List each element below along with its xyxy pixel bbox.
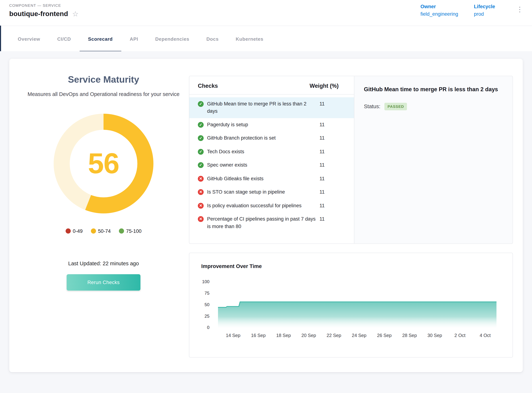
x-axis-tick-label: 26 Sep — [377, 333, 392, 338]
lifecycle-block: Lifecycle prod — [474, 4, 495, 17]
improvement-chart-panel: Improvement Over Time 025507510014 Sep16… — [189, 253, 513, 358]
improvement-chart-svg: 025507510014 Sep16 Sep18 Sep20 Sep22 Sep… — [189, 272, 513, 345]
check-passed-icon: ✓ — [198, 101, 204, 107]
check-weight: 11 — [319, 148, 339, 155]
check-weight: 11 — [319, 135, 339, 142]
check-passed-icon: ✓ — [198, 122, 204, 128]
owner-block: Owner field_engineering — [420, 4, 458, 17]
x-axis-tick-label: 30 Sep — [428, 333, 442, 338]
scorecard-subtitle: Measures all DevOps and Operational read… — [24, 90, 183, 98]
check-label: GitHub Branch protection is set — [207, 135, 316, 142]
checks-header: Checks Weight (%) — [189, 76, 354, 94]
scorecard-title: Service Maturity — [68, 74, 139, 85]
check-failed-icon: ✕ — [198, 189, 204, 195]
check-row[interactable]: ✓GitHub Mean time to merge PR is less th… — [189, 97, 354, 118]
check-weight: 11 — [319, 121, 339, 128]
legend-label: 0-49 — [73, 228, 83, 234]
scorecard-card: Service Maturity Measures all DevOps and… — [9, 59, 523, 372]
check-failed-icon: ✕ — [198, 176, 204, 182]
check-label: GitHub Gitleaks file exists — [207, 175, 316, 182]
x-axis-tick-label: 18 Sep — [276, 333, 291, 338]
check-row[interactable]: ✓Spec owner exists11 — [189, 158, 354, 172]
legend-label: 75-100 — [126, 228, 142, 234]
tab-docs[interactable]: Docs — [198, 26, 227, 51]
x-axis-tick-label: 22 Sep — [327, 333, 341, 338]
maturity-gauge: 56 — [54, 113, 154, 213]
lifecycle-value[interactable]: prod — [474, 11, 495, 17]
check-row[interactable]: ✕Is policy evaluation successful for pip… — [189, 199, 354, 212]
check-weight: 11 — [319, 202, 339, 209]
legend-item: 0-49 — [65, 228, 83, 234]
check-row[interactable]: ✓GitHub Branch protection is set11 — [189, 132, 354, 145]
owner-value[interactable]: field_engineering — [420, 11, 458, 17]
rerun-checks-button[interactable]: Rerun Checks — [67, 274, 140, 290]
weight-column-header: Weight (%) — [310, 83, 339, 89]
check-label: Is policy evaluation successful for pipe… — [207, 202, 316, 209]
header-left: COMPONENT — SERVICE boutique-frontend ☆ — [9, 4, 79, 18]
x-axis-tick-label: 24 Sep — [352, 333, 366, 338]
header-meta: Owner field_engineering Lifecycle prod ⋮ — [420, 4, 527, 17]
check-row[interactable]: ✕Percentage of CI pipelines passing in p… — [189, 212, 354, 233]
tab-scorecard[interactable]: Scorecard — [80, 26, 121, 51]
chart-area — [218, 302, 496, 327]
header: COMPONENT — SERVICE boutique-frontend ☆ … — [0, 0, 532, 26]
owner-label[interactable]: Owner — [420, 4, 458, 9]
check-passed-icon: ✓ — [198, 149, 204, 155]
check-row[interactable]: ✓Pagerduty is setup11 — [189, 118, 354, 132]
check-row[interactable]: ✓Tech Docs exists11 — [189, 145, 354, 158]
y-axis-tick-label: 50 — [204, 302, 209, 307]
score-legend: 0-4950-7475-100 — [65, 228, 141, 234]
x-axis-tick-label: 28 Sep — [402, 333, 417, 338]
legend-dot-icon — [91, 228, 96, 234]
check-detail-title: GitHub Mean time to merge PR is less tha… — [364, 84, 503, 94]
checks-region: Checks Weight (%) ✓GitHub Mean time to m… — [189, 76, 354, 243]
status-label: Status: — [364, 103, 380, 110]
check-weight: 11 — [319, 188, 339, 196]
check-weight: 11 — [319, 175, 339, 182]
lifecycle-label[interactable]: Lifecycle — [474, 4, 495, 9]
page-title: boutique-frontend — [9, 10, 68, 18]
status-badge: PASSED — [384, 103, 407, 110]
check-detail-panel: GitHub Mean time to merge PR is less tha… — [354, 76, 512, 243]
x-axis-tick-label: 14 Sep — [226, 333, 240, 338]
check-failed-icon: ✕ — [198, 216, 204, 222]
y-axis-tick-label: 100 — [202, 279, 210, 284]
tab-bar: OverviewCI/CDScorecardAPIDependenciesDoc… — [0, 26, 532, 51]
kebab-menu-icon[interactable]: ⋮ — [516, 6, 523, 13]
check-label: GitHub Mean time to merge PR is less tha… — [207, 100, 316, 115]
tab-ci-cd[interactable]: CI/CD — [49, 26, 80, 51]
tab-overview[interactable]: Overview — [9, 26, 49, 51]
check-row[interactable]: ✕GitHub Gitleaks file exists11 — [189, 172, 354, 186]
maturity-score: 56 — [88, 147, 119, 180]
check-weight: 11 — [319, 162, 339, 169]
check-weight: 11 — [319, 100, 339, 108]
checks-panel: Checks Weight (%) ✓GitHub Mean time to m… — [189, 76, 513, 244]
legend-label: 50-74 — [98, 228, 111, 234]
check-passed-icon: ✓ — [198, 162, 204, 168]
check-label: Spec owner exists — [207, 162, 316, 169]
favorite-star-icon[interactable]: ☆ — [72, 10, 79, 17]
last-updated-text: Last Updated: 22 minutes ago — [68, 260, 139, 267]
y-axis-tick-label: 25 — [204, 314, 209, 319]
y-axis-tick-label: 75 — [204, 291, 209, 295]
legend-item: 75-100 — [119, 228, 141, 234]
check-row[interactable]: ✕Is STO scan stage setup in pipeline11 — [189, 186, 354, 199]
left-edge-accent-dark — [0, 25, 1, 51]
check-label: Percentage of CI pipelines passing in pa… — [207, 216, 316, 230]
legend-dot-icon — [65, 228, 71, 234]
x-axis-tick-label: 4 Oct — [480, 333, 491, 338]
tab-dependencies[interactable]: Dependencies — [147, 26, 198, 51]
check-passed-icon: ✓ — [198, 135, 204, 141]
x-axis-tick-label: 20 Sep — [301, 333, 316, 338]
content-area: Service Maturity Measures all DevOps and… — [0, 51, 532, 393]
tab-api[interactable]: API — [121, 26, 147, 51]
improvement-chart-title: Improvement Over Time — [189, 253, 513, 270]
check-label: Is STO scan stage setup in pipeline — [207, 188, 316, 196]
breadcrumb: COMPONENT — SERVICE — [9, 4, 79, 7]
legend-item: 50-74 — [91, 228, 111, 234]
x-axis-tick-label: 2 Oct — [454, 333, 465, 338]
y-axis-tick-label: 0 — [207, 325, 210, 330]
tab-kubernetes[interactable]: Kubernetes — [227, 26, 272, 51]
legend-dot-icon — [119, 228, 124, 234]
check-weight: 11 — [319, 216, 339, 223]
